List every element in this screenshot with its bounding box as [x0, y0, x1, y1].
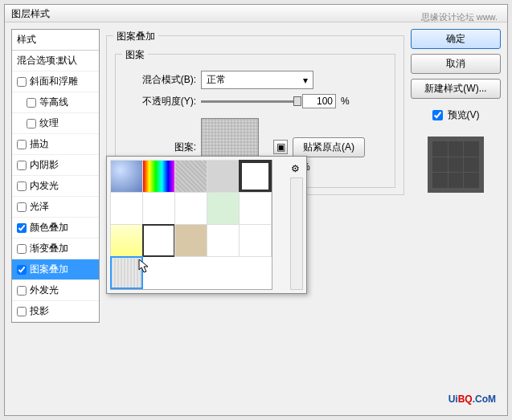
picker-scrollbar[interactable]: [290, 177, 303, 290]
blend-mode-row: 混合模式(B): 正常 ▾: [124, 71, 387, 89]
opacity-unit: %: [341, 96, 350, 107]
style-label: 颜色叠加: [30, 221, 68, 234]
style-label: 等高线: [39, 96, 68, 109]
style-label: 内发光: [30, 179, 59, 193]
styles-panel: 样式 混合选项:默认 斜面和浮雕等高线纹理描边内阴影内发光光泽颜色叠加渐变叠加图…: [11, 29, 100, 409]
settings-panel: 图案叠加 图案 混合模式(B): 正常 ▾ 不透明度(Y):: [106, 29, 404, 409]
style-checkbox[interactable]: [17, 140, 27, 149]
style-label: 投影: [30, 304, 49, 318]
opacity-input[interactable]: [302, 94, 336, 108]
pattern-cell[interactable]: [239, 192, 272, 225]
blend-mode-value: 正常: [207, 73, 226, 87]
pattern-cell[interactable]: [174, 224, 207, 257]
pattern-cell[interactable]: [239, 224, 272, 257]
style-label: 描边: [30, 137, 49, 151]
opacity-row: 不透明度(Y): %: [124, 94, 387, 108]
pattern-cell[interactable]: [207, 224, 240, 257]
style-item[interactable]: 内阴影: [12, 155, 99, 176]
preview-checkbox[interactable]: [432, 110, 443, 120]
preview-thumbnail: [428, 137, 484, 193]
style-label: 图案叠加: [30, 263, 68, 276]
style-item[interactable]: 内发光: [12, 176, 99, 197]
pattern-overlay-title: 图案叠加: [113, 30, 158, 43]
style-checkbox[interactable]: [17, 161, 27, 170]
dialog-title: 图层样式: [11, 8, 50, 19]
style-item[interactable]: 等高线: [12, 92, 99, 113]
style-checkbox[interactable]: [17, 286, 27, 296]
style-checkbox[interactable]: [17, 244, 27, 254]
opacity-slider-thumb[interactable]: [293, 96, 301, 106]
pattern-cell[interactable]: [174, 192, 207, 225]
pattern-cell[interactable]: [110, 160, 143, 193]
pattern-cell[interactable]: [142, 224, 175, 257]
new-preset-icon: ▣: [276, 141, 285, 153]
blend-mode-label: 混合模式(B):: [124, 73, 196, 87]
style-label: 外发光: [30, 283, 59, 297]
style-list: 样式 混合选项:默认 斜面和浮雕等高线纹理描边内阴影内发光光泽颜色叠加渐变叠加图…: [11, 29, 100, 323]
pattern-cell[interactable]: [142, 160, 175, 193]
style-item[interactable]: 斜面和浮雕: [12, 71, 99, 92]
style-checkbox[interactable]: [27, 119, 36, 128]
style-label: 内阴影: [30, 158, 59, 172]
pattern-cell[interactable]: [110, 192, 143, 225]
blend-options-row[interactable]: 混合选项:默认: [12, 51, 99, 71]
layer-style-dialog: 图层样式 思缘设计论坛 www. 样式 混合选项:默认 斜面和浮雕等高线纹理描边…: [4, 4, 508, 416]
preview-row: 预览(V): [411, 108, 501, 122]
pattern-cell[interactable]: [110, 256, 143, 289]
style-checkbox[interactable]: [17, 181, 27, 191]
preview-label: 预览(V): [448, 108, 480, 122]
style-checkbox[interactable]: [17, 77, 27, 87]
watermark-bottom: UiBQ.CoM: [449, 386, 496, 407]
pattern-group-title: 图案: [122, 48, 148, 62]
chevron-down-icon: ▾: [303, 75, 308, 86]
style-checkbox[interactable]: [27, 98, 36, 108]
style-label: 渐变叠加: [30, 242, 68, 255]
style-item[interactable]: 纹理: [12, 113, 99, 134]
style-checkbox[interactable]: [17, 307, 27, 316]
style-checkbox[interactable]: [17, 202, 27, 212]
pattern-cell[interactable]: [174, 160, 207, 193]
style-label: 斜面和浮雕: [30, 75, 78, 88]
style-item[interactable]: 描边: [12, 134, 99, 155]
pattern-cell[interactable]: [207, 160, 240, 193]
pattern-picker-popup: ⚙: [106, 156, 307, 294]
pattern-label: 图案:: [124, 141, 196, 154]
watermark-top: 思缘设计论坛 www.: [421, 11, 498, 23]
action-panel: 确定 取消 新建样式(W)... 预览(V): [411, 29, 501, 409]
gear-icon[interactable]: ⚙: [291, 163, 300, 174]
style-item[interactable]: 光泽: [12, 197, 99, 218]
styles-header: 样式: [12, 30, 99, 51]
opacity-label: 不透明度(Y):: [124, 95, 196, 108]
new-preset-button[interactable]: ▣: [273, 140, 288, 154]
cancel-button[interactable]: 取消: [411, 54, 501, 74]
style-checkbox[interactable]: [17, 223, 27, 233]
style-label: 纹理: [39, 116, 59, 130]
style-item[interactable]: 图案叠加: [12, 259, 99, 280]
pattern-cell[interactable]: [207, 192, 240, 225]
style-checkbox[interactable]: [17, 265, 27, 275]
ok-button[interactable]: 确定: [411, 29, 501, 49]
style-item[interactable]: 渐变叠加: [12, 239, 99, 259]
blend-mode-dropdown[interactable]: 正常 ▾: [201, 71, 313, 89]
pattern-cell[interactable]: [239, 160, 272, 193]
style-label: 光泽: [30, 200, 49, 214]
style-item[interactable]: 投影: [12, 301, 99, 322]
blend-options-label: 混合选项:默认: [17, 54, 77, 67]
new-style-button[interactable]: 新建样式(W)...: [411, 79, 501, 99]
snap-origin-button[interactable]: 贴紧原点(A): [293, 137, 365, 157]
pattern-picker-grid: [110, 160, 272, 290]
style-item[interactable]: 外发光: [12, 280, 99, 301]
pattern-cell[interactable]: [142, 192, 175, 225]
style-item[interactable]: 颜色叠加: [12, 218, 99, 239]
pattern-cell[interactable]: [110, 224, 143, 257]
dialog-content: 样式 混合选项:默认 斜面和浮雕等高线纹理描边内阴影内发光光泽颜色叠加渐变叠加图…: [5, 22, 507, 415]
opacity-slider[interactable]: [201, 100, 297, 103]
